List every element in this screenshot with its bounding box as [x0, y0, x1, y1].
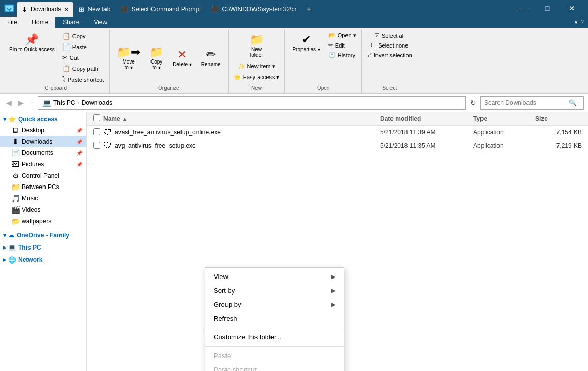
tab-cmd[interactable]: ⬛ Select Command Prompt: [115, 2, 206, 17]
copy-path-button[interactable]: 📋 Copy path: [60, 64, 106, 73]
ribbon-tab-home[interactable]: Home: [24, 17, 55, 28]
sidebar-item-documents[interactable]: 📄 Documents 📌: [0, 147, 86, 159]
search-input[interactable]: [484, 99, 567, 106]
new-item-button[interactable]: ✨ New item ▾: [236, 62, 278, 71]
file-type-2: Application: [473, 142, 535, 149]
copy-to-icon: 📁: [149, 45, 163, 59]
sidebar-onedrive[interactable]: ▾ ☁ OneDrive - Family: [0, 230, 86, 240]
ctx-customize[interactable]: Customize this folder...: [205, 330, 344, 344]
sidebar-item-wallpapers[interactable]: 📁 wallpapers: [0, 215, 86, 227]
ctx-view[interactable]: View▶: [205, 270, 344, 284]
edit-button[interactable]: ✏ Edit: [326, 41, 358, 50]
file-row[interactable]: 🛡 avast_free_antivirus_setup_online.exe …: [87, 126, 588, 139]
ctx-paste: Paste: [205, 349, 344, 363]
tab-sys32[interactable]: ⬛ C:\WINDOWS\system32\cr: [206, 2, 301, 17]
copy-button[interactable]: 📋 Copy: [60, 31, 106, 41]
column-type[interactable]: Type: [473, 115, 535, 122]
up-button[interactable]: ↑: [28, 98, 36, 108]
pictures-icon: 🖼: [11, 160, 20, 168]
paste-button[interactable]: 📄 Paste: [60, 42, 106, 52]
column-size[interactable]: Size: [535, 115, 582, 122]
new-folder-button[interactable]: 📁 Newfolder: [246, 31, 268, 60]
new-item-icon: ✨: [238, 63, 245, 70]
invert-selection-icon: ⇄: [367, 52, 372, 58]
file-name-2: avg_antivirus_free_setup.exe: [115, 142, 380, 149]
ribbon-content: 📌 Pin to Quick access 📋 Copy 📄 Paste ✂ C…: [0, 28, 588, 93]
sidebar-network[interactable]: ▸ 🌐 Network: [0, 255, 86, 265]
pinned-icon: 📌: [76, 139, 82, 145]
ctx-paste-shortcut: Paste shortcut: [205, 363, 344, 371]
file-area: Name ▲ Date modified Type Size 🛡 avast_f…: [87, 112, 588, 371]
sidebar-item-downloads[interactable]: ⬇ Downloads 📌: [0, 136, 86, 147]
sidebar-quick-access[interactable]: ▾ ⭐ Quick access: [0, 114, 86, 125]
pin-to-quick-access-button[interactable]: 📌 Pin to Quick access: [5, 31, 59, 84]
ribbon-expand-btn[interactable]: ∧: [574, 19, 578, 26]
search-icon: 🔍: [569, 99, 577, 106]
paste-shortcut-button[interactable]: ⤵ Paste shortcut: [60, 74, 106, 84]
sidebar-item-videos[interactable]: 🎬 Videos: [0, 204, 86, 215]
tab-newtab[interactable]: ⊞ New tab: [73, 2, 115, 17]
ribbon-tab-view[interactable]: View: [86, 17, 114, 28]
delete-button[interactable]: ✕ Delete ▾: [169, 46, 196, 69]
minimize-button[interactable]: —: [510, 0, 534, 17]
cut-button[interactable]: ✂ Cut: [60, 53, 106, 63]
select-none-button[interactable]: ☐ Select none: [369, 41, 410, 50]
refresh-address-button[interactable]: ↻: [468, 98, 478, 108]
chevron-right-icon: ▸: [3, 256, 6, 264]
column-date[interactable]: Date modified: [380, 115, 473, 122]
ribbon-tab-file[interactable]: File: [0, 17, 24, 28]
pinned-icon: 📌: [76, 162, 82, 167]
tab-close-downloads[interactable]: ✕: [64, 7, 68, 12]
chevron-right-icon: ▸: [3, 244, 6, 251]
file-checkbox-1[interactable]: [93, 128, 100, 135]
sidebar-item-music[interactable]: 🎵 Music: [0, 193, 86, 204]
select-all-button[interactable]: ☑ Select all: [372, 31, 407, 40]
sidebar-item-pictures[interactable]: 🖼 Pictures 📌: [0, 159, 86, 170]
move-to-button[interactable]: 📁➡ Moveto ▾: [113, 43, 144, 72]
file-size-1: 7,154 KB: [535, 129, 582, 136]
copy-to-button[interactable]: 📁 Copyto ▾: [145, 43, 168, 72]
forward-button[interactable]: ▶: [16, 98, 26, 108]
easy-access-icon: ⭐: [234, 74, 241, 81]
back-button[interactable]: ◀: [4, 98, 14, 108]
sidebar: ▾ ⭐ Quick access 🖥 Desktop 📌 ⬇ Downloads…: [0, 112, 87, 371]
address-path[interactable]: 💻 This PC › Downloads: [38, 96, 466, 110]
cut-icon: ✂: [62, 54, 68, 61]
maximize-button[interactable]: □: [535, 0, 559, 17]
address-bar: ◀ ▶ ↑ 💻 This PC › Downloads ↻ 🔍: [0, 94, 588, 112]
new-folder-icon: 📁: [250, 33, 264, 47]
sidebar-item-desktop[interactable]: 🖥 Desktop 📌: [0, 125, 86, 136]
file-row[interactable]: 🛡 avg_antivirus_free_setup.exe 5/21/2018…: [87, 139, 588, 152]
ribbon-tab-share[interactable]: Share: [55, 17, 86, 28]
help-btn[interactable]: ?: [580, 19, 584, 26]
file-size-2: 7,219 KB: [535, 142, 582, 149]
history-button[interactable]: 🕐 History: [326, 51, 358, 59]
between-pcs-icon: 📁: [11, 183, 20, 191]
app-icon: [4, 3, 14, 13]
ctx-groupby[interactable]: Group by▶: [205, 298, 344, 312]
new-tab-button[interactable]: +: [301, 2, 316, 17]
tab-downloads[interactable]: ⬇ Downloads ✕: [17, 2, 73, 17]
rename-button[interactable]: ✏ Rename: [197, 46, 225, 69]
sidebar-item-betweenpcs[interactable]: 📁 Between PCs: [0, 181, 86, 193]
ribbon-tabs: File Home Share View ∧ ?: [0, 17, 588, 28]
ctx-refresh[interactable]: Refresh: [205, 312, 344, 326]
context-menu: View▶ Sort by▶ Group by▶ Refresh Customi…: [205, 267, 344, 371]
downloads-icon: ⬇: [11, 137, 20, 146]
easy-access-button[interactable]: ⭐ Easy access ▾: [232, 73, 282, 82]
chevron-down-icon: ▾: [3, 231, 6, 239]
properties-button[interactable]: ✔ Properties ▾: [288, 31, 324, 59]
sidebar-item-controlpanel[interactable]: ⚙ Control Panel: [0, 170, 86, 181]
sidebar-this-pc[interactable]: ▸ 💻 This PC: [0, 242, 86, 253]
open-button[interactable]: 📂 Open ▾: [326, 31, 358, 40]
paste-icon: 📄: [62, 43, 70, 51]
file-checkbox-2[interactable]: [93, 142, 100, 149]
search-box[interactable]: 🔍: [480, 96, 584, 110]
ctx-separator-2: [205, 346, 344, 347]
select-all-checkbox[interactable]: [93, 114, 100, 121]
invert-selection-button[interactable]: ⇄ Invert selection: [365, 51, 414, 59]
copy-icon: 📋: [62, 32, 70, 40]
ctx-sortby[interactable]: Sort by▶: [205, 284, 344, 298]
column-name[interactable]: Name ▲: [103, 115, 380, 122]
close-button[interactable]: ✕: [560, 0, 584, 17]
